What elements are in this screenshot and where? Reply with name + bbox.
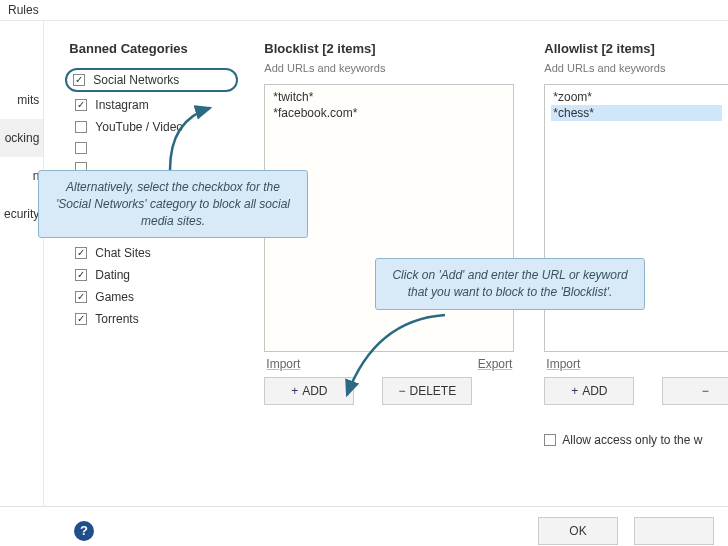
category-item[interactable] xyxy=(69,138,234,158)
category-checkbox[interactable]: ✓ xyxy=(75,313,87,325)
sidebar-item-n[interactable]: n xyxy=(0,157,43,195)
sidebar-item-limits[interactable]: mits xyxy=(0,81,43,119)
blocklist-item[interactable]: *facebook.com* xyxy=(271,105,507,121)
tooltip-categories: Alternatively, select the checkbox for t… xyxy=(38,170,308,238)
category-checkbox[interactable] xyxy=(75,142,87,154)
category-item[interactable]: ✓Chat Sites xyxy=(69,242,234,264)
allowlist-add-label: ADD xyxy=(582,384,607,398)
blocklist-item[interactable]: *twitch* xyxy=(271,89,507,105)
blocklist-button-row: +ADD −DELETE xyxy=(264,377,514,405)
sidebar: mits ocking n ecurity xyxy=(0,21,44,506)
blocklist-export-link[interactable]: Export xyxy=(478,357,513,371)
category-item[interactable]: ✓Dating xyxy=(69,264,234,286)
help-icon[interactable]: ? xyxy=(74,521,94,541)
category-label: Games xyxy=(95,290,134,304)
blocklist-title: Blocklist [2 items] xyxy=(264,41,514,56)
allow-only-label: Allow access only to the w xyxy=(562,433,702,447)
category-item[interactable]: ✓Social Networks xyxy=(65,68,238,92)
allowlist-import-link[interactable]: Import xyxy=(546,357,580,371)
category-checkbox[interactable]: ✓ xyxy=(75,247,87,259)
category-checkbox[interactable]: ✓ xyxy=(75,291,87,303)
allow-only-checkbox[interactable] xyxy=(544,434,556,446)
blocklist-io-row: Import Export xyxy=(264,352,514,377)
allow-only-row[interactable]: Allow access only to the w xyxy=(544,433,728,447)
sidebar-item-blocking[interactable]: ocking xyxy=(0,119,43,157)
category-label: Chat Sites xyxy=(95,246,150,260)
window-title: Rules xyxy=(0,0,728,21)
category-checkbox[interactable]: ✓ xyxy=(73,74,85,86)
category-checkbox[interactable]: ✓ xyxy=(75,269,87,281)
allowlist-second-button[interactable]: − xyxy=(662,377,728,405)
plus-icon: + xyxy=(571,384,578,398)
category-label: Social Networks xyxy=(93,73,179,87)
allowlist-item[interactable]: *zoom* xyxy=(551,89,722,105)
category-checkbox[interactable]: ✓ xyxy=(75,99,87,111)
allowlist-button-row: +ADD − xyxy=(544,377,728,405)
footer-second-button[interactable] xyxy=(634,517,714,545)
blocklist-delete-label: DELETE xyxy=(410,384,457,398)
category-label: Torrents xyxy=(95,312,138,326)
minus-icon: − xyxy=(702,384,709,398)
category-item[interactable]: YouTube / Video xyxy=(69,116,234,138)
blocklist-add-label: ADD xyxy=(302,384,327,398)
blocklist-import-link[interactable]: Import xyxy=(266,357,300,371)
footer-buttons: OK xyxy=(538,517,714,545)
categories-column: Banned Categories ✓Social Networks✓Insta… xyxy=(69,41,234,496)
category-item[interactable]: ✓Torrents xyxy=(69,308,234,330)
category-item[interactable]: ✓Instagram xyxy=(69,94,234,116)
footer: ? OK xyxy=(0,506,728,546)
blocklist-add-button[interactable]: +ADD xyxy=(264,377,354,405)
blocklist-subtitle: Add URLs and keywords xyxy=(264,62,514,74)
ok-button[interactable]: OK xyxy=(538,517,618,545)
blocklist-delete-button[interactable]: −DELETE xyxy=(382,377,472,405)
allowlist-title: Allowlist [2 items] xyxy=(544,41,728,56)
allowlist-listbox[interactable]: *zoom**chess* xyxy=(544,84,728,352)
allowlist-io-row: Import xyxy=(544,352,728,377)
category-checkbox[interactable] xyxy=(75,121,87,133)
category-label: YouTube / Video xyxy=(95,120,183,134)
allowlist-add-button[interactable]: +ADD xyxy=(544,377,634,405)
category-label: Dating xyxy=(95,268,130,282)
category-label: Instagram xyxy=(95,98,148,112)
sidebar-item-security[interactable]: ecurity xyxy=(0,195,43,233)
plus-icon: + xyxy=(291,384,298,398)
minus-icon: − xyxy=(398,384,405,398)
tooltip-blocklist-add: Click on 'Add' and enter the URL or keyw… xyxy=(375,258,645,310)
allowlist-item[interactable]: *chess* xyxy=(551,105,722,121)
category-item[interactable]: ✓Games xyxy=(69,286,234,308)
allowlist-subtitle: Add URLs and keywords xyxy=(544,62,728,74)
categories-title: Banned Categories xyxy=(69,41,234,56)
